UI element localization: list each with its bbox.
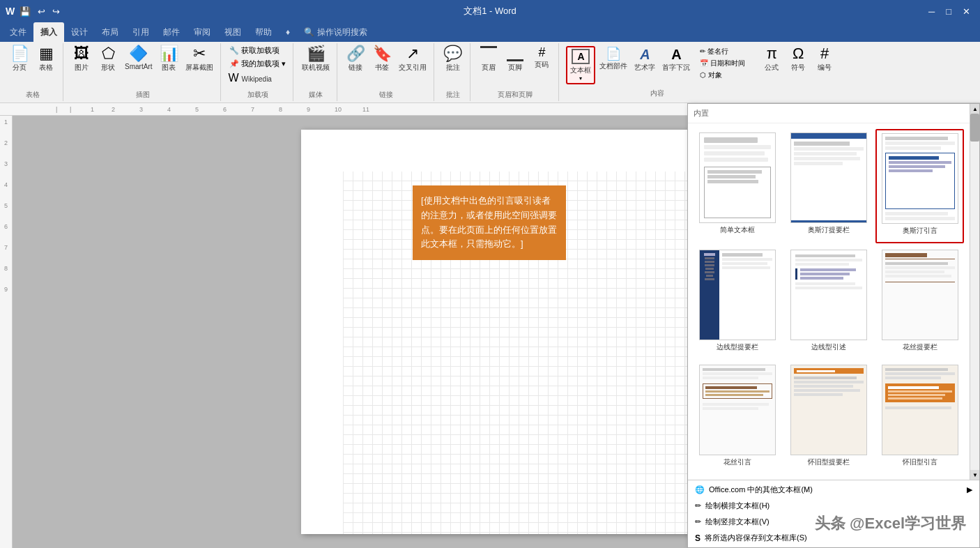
gallery-label-floral-summary: 花丝提要栏 [903, 342, 937, 352]
textbox-content: [使用文档中出色的引言吸引读者的注意力，或者使用此空间强调要点。要在此页面上的任… [421, 195, 557, 249]
btn-dropcap[interactable]: A 首字下沉 [659, 46, 693, 74]
gallery-item-retro-summary[interactable]: 怀旧型提要栏 [785, 361, 873, 474]
tab-view[interactable]: 视图 [217, 22, 248, 42]
tab-design[interactable]: 设计 [64, 22, 95, 42]
minimize-btn[interactable]: ─ [924, 5, 939, 18]
tab-mailings[interactable]: 邮件 [156, 22, 187, 42]
gallery-item-border-summary[interactable]: 边线型提要栏 [694, 246, 782, 359]
menu-item-draw-htextbox-label: 绘制横排文本框(H) [705, 501, 770, 511]
btn-footer[interactable]: 页脚 [503, 45, 528, 74]
btn-signature-line[interactable]: ✏ 签名行 [697, 46, 748, 57]
ribbon-group-addins: 🔧 获取加载项 📌 我的加载项 ▾ W Wikipedia 加载项 [222, 43, 293, 101]
tab-reference[interactable]: 引用 [125, 22, 156, 42]
tab-insert[interactable]: 插入 [33, 22, 64, 42]
menu-item-draw-vtextbox[interactable]: ✏ 绘制竖排文本框(V) [688, 514, 979, 530]
quick-undo[interactable]: ↩ [36, 5, 47, 18]
symbol-icon: Ω [793, 46, 804, 61]
btn-numbering[interactable]: # 编号 [812, 45, 837, 74]
main-area: | | 1 2 3 4 5 6 7 8 9 10 11 1 2 3 4 5 6 … [0, 103, 980, 548]
picture-icon: 🖼 [74, 46, 89, 61]
chart-icon: 📊 [160, 46, 178, 61]
btn-equation[interactable]: π 公式 [759, 45, 784, 74]
footer-icon [507, 46, 523, 61]
tab-layout[interactable]: 布局 [95, 22, 125, 42]
btn-chart[interactable]: 📊 图表 [156, 45, 181, 74]
close-btn[interactable]: ✕ [958, 5, 974, 18]
btn-wordart[interactable]: A 艺术字 [631, 46, 658, 74]
btn-textbox[interactable]: A 文本框 ▾ [566, 46, 595, 84]
doc-page: [使用文档中出色的引言吸引读者的注意力，或者使用此空间强调要点。要在此页面上的任… [301, 130, 691, 534]
btn-page-break[interactable]: 📄 分页 [7, 45, 32, 74]
header-icon [480, 46, 497, 61]
thumb-austin-quote [882, 133, 958, 224]
gallery-item-simple[interactable]: 简单文本框 [694, 129, 782, 243]
pagenumber-icon: # [538, 46, 545, 59]
btn-my-addins[interactable]: 📌 我的加载项 ▾ [227, 58, 289, 70]
btn-crossref[interactable]: ↗ 交叉引用 [396, 45, 429, 74]
thumb-border-summary [699, 250, 776, 340]
ribbon-group-text: A 文本框 ▾ 📄 文档部件 A 艺术字 A 首字下沉 ✏ 签名行 📅 日期和时… [560, 43, 753, 101]
quick-save[interactable]: 💾 [17, 5, 33, 18]
group-label-comments: 批注 [446, 90, 460, 100]
tab-diamond[interactable]: ♦ [279, 22, 297, 42]
btn-screenshot[interactable]: ✂ 屏幕截图 [183, 45, 216, 74]
gallery-item-austin-quote[interactable]: 奥斯汀引言 [875, 129, 964, 243]
gallery-label-border-summary: 边线型提要栏 [717, 342, 758, 352]
btn-bookmark[interactable]: 🔖 书签 [369, 45, 395, 74]
gallery-item-austin-summary[interactable]: 奥斯汀提要栏 [785, 129, 873, 243]
group-label-illus: 插图 [136, 90, 150, 100]
menu-item-draw-vtextbox-label: 绘制竖排文本框(V) [705, 517, 770, 527]
tab-file[interactable]: 文件 [3, 22, 33, 42]
panel-scrollbar[interactable]: ▲ ▼ [970, 104, 979, 480]
tab-help[interactable]: 帮助 [248, 22, 279, 42]
btn-symbol[interactable]: Ω 符号 [786, 45, 811, 74]
scroll-thumb[interactable] [970, 114, 979, 142]
menu-item-draw-htextbox[interactable]: ✏ 绘制横排文本框(H) [688, 498, 979, 514]
scroll-down-arrow[interactable]: ▼ [970, 470, 979, 480]
btn-datetime[interactable]: 📅 日期和时间 [697, 58, 748, 69]
btn-comment[interactable]: 💬 批注 [441, 45, 466, 74]
ribbon-group-symbols: π 公式 Ω 符号 # 编号 [755, 43, 841, 101]
smartart-icon: 🔷 [129, 46, 148, 61]
btn-get-addins[interactable]: 🔧 获取加载项 [227, 45, 282, 56]
my-addins-icon: 📌 [229, 59, 239, 68]
search-icon: 🔍 [304, 27, 314, 37]
quick-access-toolbar: W 💾 ↩ ↪ [6, 5, 62, 18]
search-box[interactable]: 🔍 操作说明搜索 [297, 22, 374, 42]
textbox-dropdown-panel: 内置 [687, 103, 980, 548]
tab-review[interactable]: 审阅 [187, 22, 217, 42]
thumb-simple [699, 132, 776, 223]
gallery-item-floral-summary[interactable]: 花丝提要栏 [875, 246, 964, 359]
btn-object[interactable]: ⬡ 对象 [697, 70, 748, 81]
gallery-item-border-quote[interactable]: 边线型引述 [785, 246, 873, 359]
page-break-icon: 📄 [10, 46, 29, 61]
btn-link[interactable]: 🔗 链接 [343, 45, 368, 74]
dropdown-menu-items: 🌐 Office.com 中的其他文本框(M) ▶ ✏ 绘制横排文本框(H) ✏… [688, 480, 979, 547]
btn-docparts[interactable]: 📄 文档部件 [597, 46, 630, 73]
maximize-btn[interactable]: □ [942, 5, 956, 18]
menu-item-save-to-gallery[interactable]: S 将所选内容保存到文本框库(S) [688, 530, 979, 546]
ribbon-tabs: 文件 插入 设计 布局 引用 邮件 审阅 视图 帮助 ♦ 🔍 操作说明搜索 [0, 22, 980, 42]
menu-item-office-com[interactable]: 🌐 Office.com 中的其他文本框(M) ▶ [688, 482, 979, 498]
window-title: 文档1 - Word [464, 5, 516, 17]
menu-item-save-gallery-label: 将所选内容保存到文本框库(S) [705, 533, 807, 543]
quick-redo[interactable]: ↪ [50, 5, 62, 18]
scroll-track[interactable] [970, 114, 979, 470]
btn-wikipedia[interactable]: W Wikipedia [227, 71, 273, 85]
scroll-up-arrow[interactable]: ▲ [970, 104, 979, 114]
btn-online-video[interactable]: 🎬 联机视频 [299, 45, 332, 74]
btn-shapes[interactable]: ⬠ 形状 [95, 45, 121, 74]
thumb-retro-quote [882, 365, 958, 455]
gallery-item-floral-quote[interactable]: 花丝引言 [694, 361, 782, 474]
btn-header[interactable]: 页眉 [476, 45, 501, 74]
group-label-media: 媒体 [309, 90, 323, 100]
btn-picture[interactable]: 🖼 图片 [69, 45, 94, 74]
gallery-item-retro-quote[interactable]: 怀旧型引言 [875, 361, 964, 474]
get-addins-icon: 🔧 [229, 46, 239, 55]
gallery-label-border-quote: 边线型引述 [811, 342, 846, 352]
document-textbox[interactable]: [使用文档中出色的引言吸引读者的注意力，或者使用此空间强调要点。要在此页面上的任… [413, 185, 566, 260]
btn-smartart[interactable]: 🔷 SmartArt [122, 45, 155, 72]
textbox-icon: A [572, 49, 590, 64]
btn-pagenumber[interactable]: # 页码 [529, 45, 554, 71]
btn-table[interactable]: ▦ 表格 [33, 45, 59, 74]
